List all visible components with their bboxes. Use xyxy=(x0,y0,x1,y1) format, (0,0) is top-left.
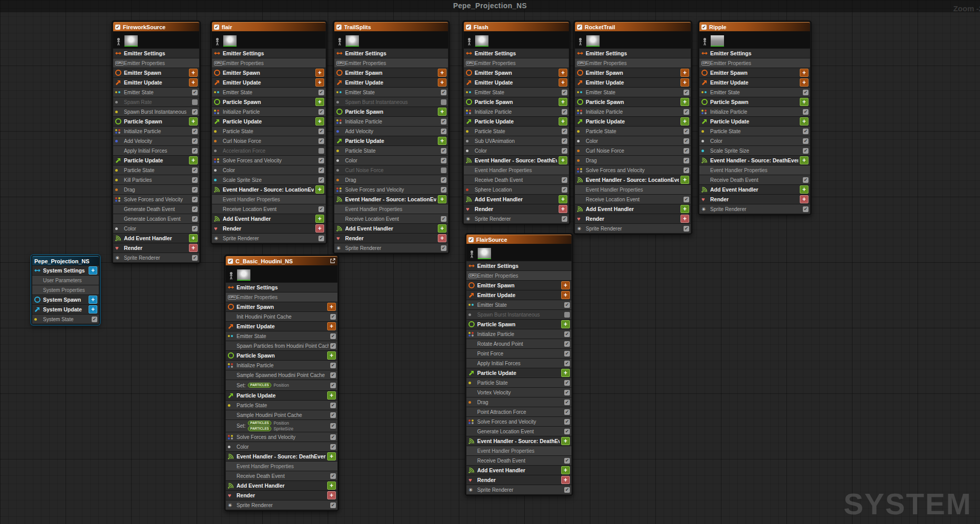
row-generate-location-event[interactable]: Generate Location Event✔ xyxy=(113,214,199,223)
module-enabled-checkbox[interactable]: ✔ xyxy=(803,129,808,134)
row-user-parameters[interactable]: User Parameters xyxy=(32,276,99,285)
row-emitter-settings[interactable]: Emitter Settings xyxy=(334,49,448,58)
row-add-event-handler[interactable]: Add Event Handler+ xyxy=(464,195,569,204)
row-emitter-state[interactable]: Emitter State✔ xyxy=(212,88,326,97)
row-particle-update[interactable]: Particle Update+ xyxy=(212,117,326,126)
module-enabled-checkbox[interactable]: ✔ xyxy=(192,167,198,173)
node-header[interactable]: ✔FlairSource xyxy=(466,235,571,244)
row-system-spawn[interactable]: System Spawn+ xyxy=(32,295,99,304)
add-module-button[interactable]: + xyxy=(327,481,336,490)
row-event-handler-properties[interactable]: Event Handler Properties xyxy=(699,165,810,175)
emitter-enabled-checkbox[interactable]: ✔ xyxy=(577,25,582,30)
row-emitter-spawn[interactable]: Emitter Spawn+ xyxy=(575,68,691,77)
add-module-button[interactable]: + xyxy=(327,303,336,311)
module-enabled-checkbox[interactable]: ✔ xyxy=(562,177,567,183)
row-particle-update[interactable]: Particle Update+ xyxy=(699,117,810,126)
module-enabled-checkbox[interactable]: ✔ xyxy=(192,187,198,193)
row-particle-spawn[interactable]: Particle Spawn+ xyxy=(575,97,691,107)
add-module-button[interactable]: + xyxy=(315,69,324,77)
module-enabled-checkbox[interactable]: ✔ xyxy=(330,423,336,429)
row-emitter-properties[interactable]: CPUEmitter Properties xyxy=(464,58,569,68)
row-emitter-update[interactable]: Emitter Update+ xyxy=(113,78,199,87)
module-enabled-checkbox[interactable]: ✔ xyxy=(192,129,198,134)
row-emitter-state[interactable]: Emitter State✔ xyxy=(334,88,448,97)
emitter-enabled-checkbox[interactable]: ✔ xyxy=(228,259,233,264)
module-enabled-checkbox[interactable]: ✔ xyxy=(192,197,198,202)
row-emitter-state[interactable]: Emitter State✔ xyxy=(575,88,691,97)
add-module-button[interactable]: + xyxy=(315,78,324,87)
row-emitter-settings[interactable]: Emitter Settings xyxy=(212,49,326,58)
row-particle-spawn[interactable]: Particle Spawn+ xyxy=(334,107,448,116)
row-add-event-handler[interactable]: Add Event Handler+ xyxy=(226,481,337,490)
row-receive-death-event[interactable]: Receive Death Event✔ xyxy=(464,175,569,184)
module-enabled-checkbox[interactable] xyxy=(564,312,570,318)
add-module-button[interactable]: + xyxy=(680,69,689,77)
row-render[interactable]: ♥Render+ xyxy=(113,243,199,253)
row-emitter-settings[interactable]: Emitter Settings xyxy=(113,49,199,58)
emitter-thumbnail[interactable] xyxy=(478,248,491,259)
module-enabled-checkbox[interactable]: ✔ xyxy=(564,419,570,425)
row-rotate-around-point[interactable]: Rotate Around Point✔ xyxy=(466,339,571,348)
add-module-button[interactable]: + xyxy=(438,108,446,116)
add-module-button[interactable]: + xyxy=(561,437,570,445)
add-module-button[interactable]: + xyxy=(800,185,808,194)
row-color[interactable]: Color✔ xyxy=(464,146,569,155)
row-curl-noise-force[interactable]: Curl Noise Force✔ xyxy=(575,146,691,155)
add-module-button[interactable]: + xyxy=(438,78,446,87)
add-module-button[interactable]: + xyxy=(315,117,324,125)
row-sprite-renderer[interactable]: ✳Sprite Renderer✔ xyxy=(212,234,326,243)
node-pepe-projection-ns[interactable]: Pepe_Projection_NSSystem Settings+User P… xyxy=(31,255,100,325)
add-module-button[interactable]: + xyxy=(680,98,689,106)
module-enabled-checkbox[interactable]: ✔ xyxy=(684,148,689,154)
module-enabled-checkbox[interactable]: ✔ xyxy=(318,158,324,163)
row-emitter-update[interactable]: Emitter Update+ xyxy=(464,78,569,87)
module-enabled-checkbox[interactable]: ✔ xyxy=(441,158,446,163)
row-color[interactable]: Color✔ xyxy=(575,136,691,145)
row-particle-update[interactable]: Particle Update+ xyxy=(226,391,337,400)
module-enabled-checkbox[interactable]: ✔ xyxy=(330,403,336,408)
add-module-button[interactable]: + xyxy=(189,234,198,242)
emitter-enabled-checkbox[interactable]: ✔ xyxy=(214,25,219,30)
module-enabled-checkbox[interactable]: ✔ xyxy=(192,216,198,222)
add-module-button[interactable]: + xyxy=(559,156,567,164)
row-particle-spawn[interactable]: Particle Spawn+ xyxy=(113,117,199,126)
row-emitter-update[interactable]: Emitter Update+ xyxy=(226,322,337,331)
add-module-button[interactable]: + xyxy=(559,78,567,87)
row-system-update[interactable]: System Update+ xyxy=(32,305,99,314)
row-system-state[interactable]: System State✔ xyxy=(32,315,99,324)
row-emitter-state[interactable]: Emitter State✔ xyxy=(466,300,571,309)
module-enabled-checkbox[interactable]: ✔ xyxy=(562,148,567,154)
row-point-attraction-force[interactable]: Point Attraction Force✔ xyxy=(466,407,571,416)
module-enabled-checkbox[interactable]: ✔ xyxy=(564,409,570,415)
row-add-event-handler[interactable]: Add Event Handler+ xyxy=(466,466,571,475)
emitter-enabled-checkbox[interactable]: ✔ xyxy=(701,25,707,30)
module-enabled-checkbox[interactable]: ✔ xyxy=(803,148,808,154)
node-rockettrail[interactable]: ✔RocketTrailEmitter SettingsCPUEmitter P… xyxy=(573,20,692,235)
add-module-button[interactable]: + xyxy=(89,305,97,313)
module-enabled-checkbox[interactable]: ✔ xyxy=(330,444,336,450)
row-solve-forces-and-velocity[interactable]: Solve Forces and Velocity✔ xyxy=(575,165,691,175)
add-module-button[interactable]: + xyxy=(89,266,97,275)
row-event-handler-source-deathevent[interactable]: Event Handler - Source: DeathEvent+ xyxy=(466,436,571,446)
add-module-button[interactable]: + xyxy=(189,117,198,125)
module-enabled-checkbox[interactable]: ✔ xyxy=(562,138,567,144)
row-emitter-settings[interactable]: Emitter Settings xyxy=(699,49,810,58)
add-module-button[interactable]: + xyxy=(561,476,570,484)
module-enabled-checkbox[interactable]: ✔ xyxy=(684,158,689,163)
row-render[interactable]: ♥Render+ xyxy=(334,234,448,243)
add-module-button[interactable]: + xyxy=(800,69,808,77)
add-module-button[interactable]: + xyxy=(559,205,567,213)
row-initialize-particle[interactable]: Initialize Particle✔ xyxy=(699,107,810,116)
row-particle-spawn[interactable]: Particle Spawn+ xyxy=(699,97,810,107)
row-emitter-properties[interactable]: CPUEmitter Properties xyxy=(226,292,337,302)
module-enabled-checkbox[interactable]: ✔ xyxy=(562,90,567,95)
add-module-button[interactable]: + xyxy=(680,215,689,223)
add-module-button[interactable]: + xyxy=(559,69,567,77)
row-particle-update[interactable]: Particle Update+ xyxy=(113,156,199,165)
row-add-event-handler[interactable]: Add Event Handler+ xyxy=(212,214,326,223)
node-header[interactable]: ✔Flash xyxy=(464,22,569,31)
row-apply-initial-forces[interactable]: Apply Initial Forces✔ xyxy=(113,146,199,155)
module-enabled-checkbox[interactable]: ✔ xyxy=(562,109,567,115)
add-module-button[interactable]: + xyxy=(561,369,570,377)
row-event-handler-properties[interactable]: Event Handler Properties xyxy=(334,204,448,214)
